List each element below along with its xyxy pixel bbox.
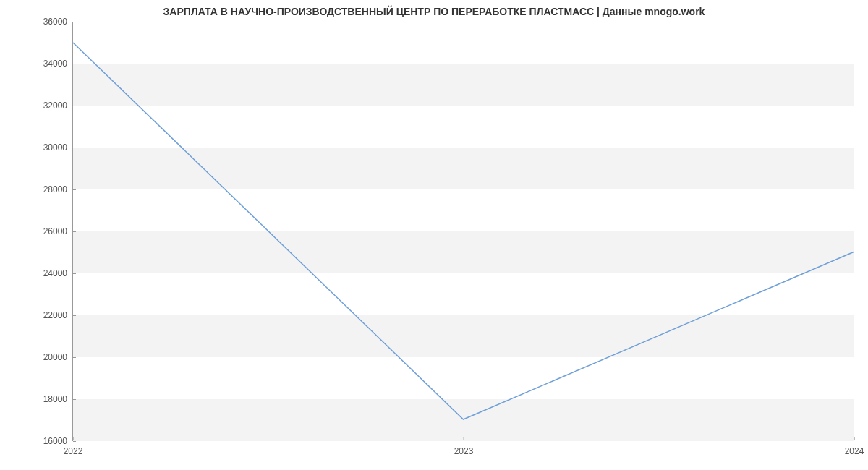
y-tick: 32000 — [43, 101, 73, 111]
x-tick: 2022 — [64, 440, 83, 456]
y-tick: 24000 — [43, 268, 73, 278]
x-tick: 2023 — [454, 440, 474, 456]
y-tick: 36000 — [43, 17, 73, 27]
y-tick: 26000 — [43, 226, 73, 236]
y-tick: 34000 — [43, 59, 73, 69]
y-tick: 18000 — [43, 394, 73, 404]
plot-area: 1600018000200002200024000260002800030000… — [72, 22, 854, 441]
line-layer — [73, 22, 854, 440]
chart-title: ЗАРПЛАТА В НАУЧНО-ПРОИЗВОДСТВЕННЫЙ ЦЕНТР… — [0, 6, 868, 17]
y-tick: 20000 — [43, 352, 73, 362]
x-tick: 2024 — [845, 440, 864, 456]
y-tick: 28000 — [43, 184, 73, 195]
series-line — [73, 43, 854, 419]
y-tick: 30000 — [43, 142, 73, 153]
y-tick: 22000 — [43, 310, 73, 320]
chart-container: ЗАРПЛАТА В НАУЧНО-ПРОИЗВОДСТВЕННЫЙ ЦЕНТР… — [0, 0, 868, 470]
